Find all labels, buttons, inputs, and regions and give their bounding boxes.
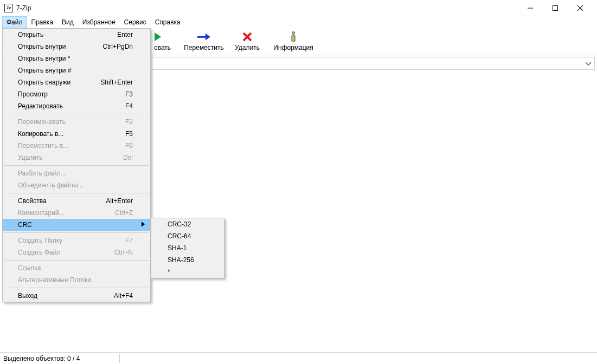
arrow-right-icon	[154, 31, 167, 42]
menu-separator	[4, 232, 149, 233]
toolbar-delete-label: Удалить	[235, 44, 260, 51]
titlebar: 7z 7-Zip	[0, 0, 597, 16]
window-title: 7-Zip	[16, 4, 31, 12]
maximize-button[interactable]	[543, 0, 568, 16]
menu-item-move-to: Переместить в... F6	[3, 140, 150, 152]
menu-item-label: Объединить файлы...	[18, 181, 84, 189]
menu-item-combine: Объединить файлы...	[3, 179, 150, 191]
statusbar: Выделено объектов: 0 / 4	[0, 352, 597, 364]
menu-item-shortcut: F5	[125, 130, 133, 138]
crc-submenu: CRC-32 CRC-64 SHA-1 SHA-256 *	[151, 218, 224, 278]
menu-item-comment: Комментарий... Ctrl+Z	[3, 207, 150, 219]
menu-item-edit[interactable]: Редактировать F4	[3, 100, 150, 112]
submenu-item-crc64[interactable]: CRC-64	[151, 230, 224, 242]
menu-item-properties[interactable]: Свойства Alt+Enter	[3, 195, 150, 207]
menu-item-label: Редактировать	[18, 102, 63, 110]
menu-item-shortcut: F2	[125, 118, 133, 126]
app-icon: 7z	[4, 4, 13, 12]
close-button[interactable]	[568, 0, 593, 16]
menu-item-label: Открыть внутри	[18, 43, 66, 50]
menu-item-exit[interactable]: Выход Alt+F4	[3, 290, 150, 302]
toolbar-copy-label: овать	[154, 44, 171, 51]
menu-item-label: SHA-1	[168, 244, 187, 252]
menu-favorites[interactable]: Избранное	[78, 16, 120, 28]
menu-item-shortcut: F7	[125, 237, 133, 244]
menu-item-open[interactable]: Открыть Enter	[3, 29, 150, 41]
toolbar-info-button[interactable]: Информация	[269, 31, 318, 51]
svg-point-9	[292, 32, 295, 35]
menu-item-alt-streams: Альтернативные Потоки	[3, 274, 150, 286]
menu-item-shortcut: F3	[125, 90, 133, 98]
menu-item-shortcut: Alt+F4	[114, 292, 133, 300]
submenu-item-crc32[interactable]: CRC-32	[151, 218, 224, 230]
submenu-item-sha1[interactable]: SHA-1	[151, 242, 224, 254]
menu-separator	[4, 260, 149, 261]
menu-item-copy-to[interactable]: Копировать в... F5	[3, 128, 150, 140]
menu-item-open-inside-star[interactable]: Открыть внутри *	[3, 53, 150, 64]
arrow-right-icon	[197, 31, 210, 42]
menu-item-crc[interactable]: CRC	[3, 219, 150, 231]
menu-item-split: Разбить файл...	[3, 167, 150, 179]
svg-marker-11	[142, 222, 145, 227]
menu-item-shortcut: Shift+Enter	[100, 79, 133, 86]
menubar: Файл Правка Вид Избранное Сервис Справка	[0, 16, 597, 28]
menu-tools[interactable]: Сервис	[120, 16, 151, 28]
status-selected: Выделено объектов: 0 / 4	[3, 355, 119, 362]
menu-item-create-file: Создать Файл Ctrl+N	[3, 246, 150, 258]
menu-item-label: Свойства	[18, 197, 47, 205]
menu-item-label: Создать Файл	[18, 249, 60, 256]
menu-item-label: *	[168, 268, 170, 276]
menu-item-label: Создать Папку	[18, 237, 62, 244]
menu-help[interactable]: Справка	[151, 16, 185, 28]
menu-item-label: Комментарий...	[18, 209, 65, 217]
menu-item-label: Открыть	[18, 31, 43, 38]
chevron-down-icon[interactable]	[586, 60, 591, 67]
menu-item-label: Переименовать	[18, 118, 66, 126]
menu-item-shortcut: Ctrl+N	[114, 249, 133, 256]
toolbar-move-label: Переместить	[184, 44, 224, 51]
menu-item-shortcut: Enter	[117, 31, 133, 38]
svg-marker-4	[155, 32, 161, 41]
submenu-item-star[interactable]: *	[151, 266, 224, 278]
menu-item-shortcut: Del	[123, 154, 133, 161]
menu-item-label: Альтернативные Потоки	[18, 276, 91, 284]
svg-rect-10	[292, 36, 295, 41]
menu-item-open-inside-hash[interactable]: Открыть внутри #	[3, 64, 150, 76]
menu-item-label: Открыть внутри #	[18, 67, 71, 74]
menu-separator	[4, 193, 149, 193]
menu-item-shortcut: Ctrl+Z	[115, 209, 133, 217]
menu-item-open-outside[interactable]: Открыть снаружи Shift+Enter	[3, 76, 150, 88]
minimize-button[interactable]	[518, 0, 543, 16]
menu-edit[interactable]: Правка	[27, 16, 58, 28]
menu-item-shortcut: Alt+Enter	[106, 197, 133, 205]
menu-item-label: SHA-256	[168, 256, 194, 264]
toolbar-copy-button[interactable]: овать	[154, 31, 182, 51]
info-icon	[287, 31, 300, 42]
x-icon	[241, 31, 254, 42]
menu-item-label: Открыть снаружи	[18, 79, 70, 86]
menu-item-rename: Переименовать F2	[3, 116, 150, 128]
menu-item-label: Переместить в...	[18, 142, 68, 150]
menu-item-label: Выход	[18, 292, 37, 300]
menu-item-link: Ссылка	[3, 262, 150, 274]
svg-rect-1	[553, 5, 558, 10]
status-separator	[119, 354, 120, 363]
svg-marker-6	[206, 34, 210, 41]
menu-item-view[interactable]: Просмотр F3	[3, 88, 150, 100]
menu-view[interactable]: Вид	[57, 16, 78, 28]
menu-item-label: CRC	[18, 221, 32, 229]
menu-separator	[4, 165, 149, 166]
menu-separator	[4, 114, 149, 114]
menu-item-label: Открыть внутри *	[18, 55, 70, 62]
menu-file[interactable]: Файл	[2, 16, 27, 28]
toolbar-info-label: Информация	[273, 44, 313, 51]
toolbar-delete-button[interactable]: Удалить	[226, 31, 269, 51]
submenu-item-sha256[interactable]: SHA-256	[151, 254, 224, 266]
file-menu-dropdown: Открыть Enter Открыть внутри Ctrl+PgDn О…	[2, 28, 151, 302]
menu-item-label: Удалить	[18, 154, 43, 161]
toolbar-move-button[interactable]: Переместить	[182, 31, 226, 51]
menu-item-label: Ссылка	[18, 264, 41, 272]
menu-item-label: Копировать в...	[18, 130, 63, 138]
menu-item-open-inside[interactable]: Открыть внутри Ctrl+PgDn	[3, 41, 150, 53]
menu-item-label: Просмотр	[18, 90, 48, 98]
